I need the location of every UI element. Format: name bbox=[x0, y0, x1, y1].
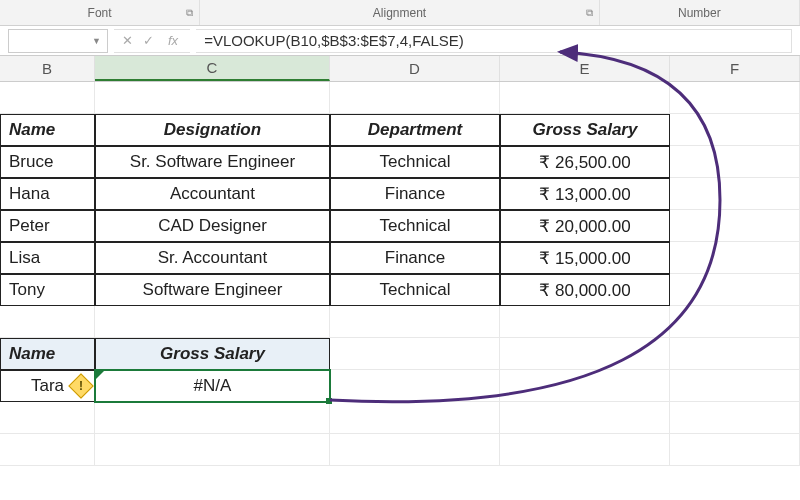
cell[interactable] bbox=[670, 242, 800, 274]
cell[interactable] bbox=[0, 82, 95, 114]
spreadsheet-grid[interactable]: B C D E F Name Designation Department Gr… bbox=[0, 56, 800, 466]
table-row: Peter CAD Designer Technical ₹ 20,000.00 bbox=[0, 210, 800, 242]
cell-department[interactable]: Technical bbox=[330, 210, 500, 242]
cell[interactable] bbox=[0, 434, 95, 466]
col-header-E[interactable]: E bbox=[500, 56, 670, 81]
cell-salary[interactable]: ₹ 20,000.00 bbox=[500, 210, 670, 242]
cell-department[interactable]: Finance bbox=[330, 242, 500, 274]
name-box[interactable]: ▼ bbox=[8, 29, 108, 53]
cell-salary[interactable]: ₹ 13,000.00 bbox=[500, 178, 670, 210]
table-row: Hana Accountant Finance ₹ 13,000.00 bbox=[0, 178, 800, 210]
cell[interactable] bbox=[670, 146, 800, 178]
cell[interactable] bbox=[330, 370, 500, 402]
cell[interactable] bbox=[670, 434, 800, 466]
cell[interactable] bbox=[670, 306, 800, 338]
cell[interactable] bbox=[670, 402, 800, 434]
cell[interactable] bbox=[670, 210, 800, 242]
cell[interactable] bbox=[95, 402, 330, 434]
cell-name[interactable]: Hana bbox=[0, 178, 95, 210]
col-header-B[interactable]: B bbox=[0, 56, 95, 81]
cell[interactable] bbox=[0, 306, 95, 338]
table-header-salary[interactable]: Gross Salary bbox=[500, 114, 670, 146]
table-header-designation[interactable]: Designation bbox=[95, 114, 330, 146]
cancel-icon[interactable]: ✕ bbox=[122, 33, 133, 48]
dialog-launcher-icon[interactable]: ⧉ bbox=[586, 7, 593, 19]
column-headers: B C D E F bbox=[0, 56, 800, 82]
dialog-launcher-icon[interactable]: ⧉ bbox=[186, 7, 193, 19]
ribbon-group-font: Font ⧉ bbox=[0, 0, 200, 25]
cell[interactable] bbox=[500, 82, 670, 114]
cell[interactable] bbox=[500, 370, 670, 402]
cell[interactable] bbox=[500, 306, 670, 338]
cell[interactable] bbox=[330, 402, 500, 434]
fx-icon[interactable]: fx bbox=[164, 33, 182, 48]
cell-name[interactable]: Bruce bbox=[0, 146, 95, 178]
ribbon-group-number: Number bbox=[600, 0, 800, 25]
chevron-down-icon[interactable]: ▼ bbox=[92, 36, 101, 46]
table-header-name[interactable]: Name bbox=[0, 114, 95, 146]
cell[interactable] bbox=[330, 306, 500, 338]
cell[interactable] bbox=[95, 434, 330, 466]
cell-salary[interactable]: ₹ 80,000.00 bbox=[500, 274, 670, 306]
table-header-department[interactable]: Department bbox=[330, 114, 500, 146]
cell[interactable] bbox=[330, 338, 500, 370]
cell-department[interactable]: Technical bbox=[330, 146, 500, 178]
ribbon-group-alignment: Alignment ⧉ bbox=[200, 0, 600, 25]
cell-designation[interactable]: Accountant bbox=[95, 178, 330, 210]
cell[interactable] bbox=[670, 178, 800, 210]
cell-designation[interactable]: Sr. Software Engineer bbox=[95, 146, 330, 178]
cell[interactable] bbox=[330, 82, 500, 114]
cell[interactable] bbox=[95, 82, 330, 114]
cell-name[interactable]: Peter bbox=[0, 210, 95, 242]
col-header-C[interactable]: C bbox=[95, 56, 330, 81]
cell[interactable] bbox=[670, 274, 800, 306]
formula-indicator-icon bbox=[96, 371, 104, 379]
cell-department[interactable]: Technical bbox=[330, 274, 500, 306]
cell-designation[interactable]: CAD Designer bbox=[95, 210, 330, 242]
cell[interactable] bbox=[500, 434, 670, 466]
lookup-result-cell[interactable]: #N/A bbox=[95, 370, 330, 402]
cell-salary[interactable]: ₹ 15,000.00 bbox=[500, 242, 670, 274]
ribbon-group-labels: Font ⧉ Alignment ⧉ Number bbox=[0, 0, 800, 26]
confirm-icon[interactable]: ✓ bbox=[143, 33, 154, 48]
formula-bar: ▼ ✕ ✓ fx =VLOOKUP(B10,$B$3:$E$7,4,FALSE) bbox=[0, 26, 800, 56]
cell-designation[interactable]: Sr. Accountant bbox=[95, 242, 330, 274]
table-row: Lisa Sr. Accountant Finance ₹ 15,000.00 bbox=[0, 242, 800, 274]
cell-department[interactable]: Finance bbox=[330, 178, 500, 210]
cell-name[interactable]: Tony bbox=[0, 274, 95, 306]
lookup-header-name[interactable]: Name bbox=[0, 338, 95, 370]
formula-input[interactable]: =VLOOKUP(B10,$B$3:$E$7,4,FALSE) bbox=[196, 29, 792, 53]
formula-controls: ✕ ✓ fx bbox=[114, 29, 190, 53]
lookup-header-salary[interactable]: Gross Salary bbox=[95, 338, 330, 370]
cell-designation[interactable]: Software Engineer bbox=[95, 274, 330, 306]
table-row: Bruce Sr. Software Engineer Technical ₹ … bbox=[0, 146, 800, 178]
cell[interactable] bbox=[670, 338, 800, 370]
cell[interactable] bbox=[95, 306, 330, 338]
col-header-F[interactable]: F bbox=[670, 56, 800, 81]
cell[interactable] bbox=[0, 402, 95, 434]
cell-name[interactable]: Lisa bbox=[0, 242, 95, 274]
cell[interactable] bbox=[670, 114, 800, 146]
col-header-D[interactable]: D bbox=[330, 56, 500, 81]
cell[interactable] bbox=[670, 370, 800, 402]
cell[interactable] bbox=[330, 434, 500, 466]
cell-salary[interactable]: ₹ 26,500.00 bbox=[500, 146, 670, 178]
table-row: Tony Software Engineer Technical ₹ 80,00… bbox=[0, 274, 800, 306]
cell[interactable] bbox=[500, 338, 670, 370]
cell[interactable] bbox=[670, 82, 800, 114]
cell[interactable] bbox=[500, 402, 670, 434]
